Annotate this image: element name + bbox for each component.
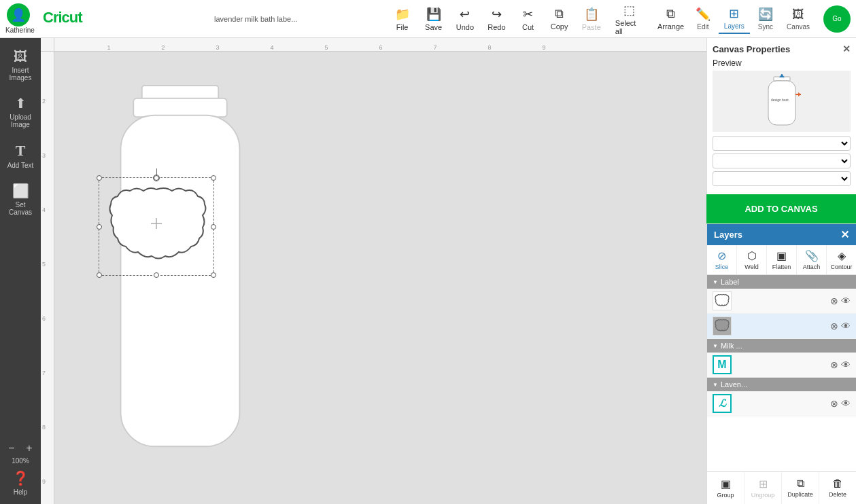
canvas-properties-close[interactable]: ✕ bbox=[842, 43, 851, 54]
sidebar-item-label-text: Add Text bbox=[7, 162, 34, 169]
edit-label: Edit bbox=[697, 23, 708, 31]
insert-images-icon: 🖼 bbox=[14, 49, 27, 65]
layer-row-3[interactable]: M ⊗ 👁 bbox=[707, 353, 856, 378]
canvas-prop-select-1[interactable] bbox=[713, 136, 851, 151]
sidebar-bottom: − + 100% ❓ Help bbox=[2, 442, 39, 504]
save-button[interactable]: 💾 Save bbox=[419, 4, 449, 34]
layer-thumb-2 bbox=[713, 317, 732, 336]
canvas-prop-select-3[interactable] bbox=[713, 171, 851, 186]
save-label: Save bbox=[425, 23, 442, 31]
layer-group-laven[interactable]: ▼ Laven... bbox=[707, 378, 856, 391]
logo: Cricut bbox=[43, 7, 124, 31]
zoom-in-button[interactable]: + bbox=[21, 442, 37, 454]
contour-tool-button[interactable]: ◈ Contour bbox=[827, 245, 856, 274]
layer-4-eye-button[interactable]: 👁 bbox=[841, 398, 851, 409]
layer-1-actions: ⊗ 👁 bbox=[830, 295, 851, 306]
sidebar-item-add-text[interactable]: T Add Text bbox=[2, 137, 39, 175]
undo-icon: ↩ bbox=[460, 7, 470, 22]
duplicate-button[interactable]: ⧉ Duplicate bbox=[782, 472, 819, 504]
ruler-h-tick-5: 5 bbox=[324, 44, 328, 51]
layer-2-x-button[interactable]: ⊗ bbox=[830, 321, 838, 331]
canvas-button[interactable]: 🖼 Canvas bbox=[781, 5, 815, 33]
user-avatar[interactable]: 👤 bbox=[7, 3, 30, 26]
flatten-tool-button[interactable]: ▣ Flatten bbox=[767, 245, 797, 274]
ruler-h-tick-6: 6 bbox=[379, 44, 382, 51]
copy-button[interactable]: ⧉ Copy bbox=[545, 4, 575, 33]
layer-1-x-button[interactable]: ⊗ bbox=[830, 295, 838, 306]
layers-button[interactable]: ⊞ Layers bbox=[719, 3, 750, 34]
canvas-prop-select-2[interactable] bbox=[713, 154, 851, 168]
undo-button[interactable]: ↩ Undo bbox=[450, 4, 480, 34]
file-button[interactable]: 📁 File bbox=[388, 4, 417, 34]
layer-3-x-button[interactable]: ⊗ bbox=[830, 359, 838, 370]
layer-3-eye-button[interactable]: 👁 bbox=[841, 359, 851, 370]
ungroup-label: Ungroup bbox=[751, 492, 775, 499]
layer-row-2[interactable]: ⊗ 👁 bbox=[707, 314, 856, 339]
arrange-label: Arrange bbox=[657, 22, 684, 31]
layer-3-actions: ⊗ 👁 bbox=[830, 359, 851, 370]
preview-image: design best. bbox=[713, 71, 851, 132]
canvas-content[interactable] bbox=[54, 52, 706, 504]
svg-marker-9 bbox=[779, 74, 785, 77]
select-all-label: Select all bbox=[615, 19, 644, 35]
sync-icon: 🔄 bbox=[758, 7, 773, 22]
svg-text:design best.: design best. bbox=[771, 98, 789, 102]
attach-tool-button[interactable]: 📎 Attach bbox=[797, 245, 827, 274]
layer-2-eye-button[interactable]: 👁 bbox=[841, 321, 851, 331]
ungroup-button[interactable]: ⊞ Ungroup bbox=[744, 472, 782, 504]
duplicate-label: Duplicate bbox=[787, 491, 813, 498]
zoom-out-button[interactable]: − bbox=[3, 442, 20, 454]
select-all-button[interactable]: ⬚ Select all bbox=[609, 0, 651, 38]
sync-button[interactable]: 🔄 Sync bbox=[753, 4, 778, 33]
layers-close-button[interactable]: ✕ bbox=[840, 228, 849, 241]
delete-icon: 🗑 bbox=[832, 478, 843, 490]
sidebar-item-upload-image[interactable]: ⬆ Upload Image bbox=[2, 90, 39, 134]
layer-4-x-button[interactable]: ⊗ bbox=[830, 398, 838, 409]
edit-button[interactable]: ✏️ Edit bbox=[690, 4, 716, 33]
layer-1-eye-button[interactable]: 👁 bbox=[841, 295, 851, 306]
go-button[interactable]: Go bbox=[823, 5, 851, 33]
attach-icon: 📎 bbox=[805, 249, 819, 262]
slice-tool-button[interactable]: ⊘ Slice bbox=[707, 245, 737, 274]
svg-marker-11 bbox=[798, 92, 801, 96]
layer-row-4[interactable]: ℒ ⊗ 👁 bbox=[707, 391, 856, 416]
copy-label: Copy bbox=[551, 22, 568, 31]
canvas-icon: 🖼 bbox=[792, 7, 804, 22]
sidebar-item-label-canvas: Set Canvas bbox=[5, 201, 36, 216]
label-selection[interactable] bbox=[99, 177, 214, 276]
layer-thumb-4: ℒ bbox=[713, 394, 732, 413]
sidebar-item-set-canvas[interactable]: ⬜ Set Canvas bbox=[2, 177, 39, 221]
cut-button[interactable]: ✂ Cut bbox=[513, 4, 543, 34]
add-to-canvas-button[interactable]: ADD TO CANVAS bbox=[706, 194, 856, 223]
svg-text:Cricut: Cricut bbox=[43, 9, 83, 26]
group-triangle-laven: ▼ bbox=[713, 382, 718, 388]
set-canvas-icon: ⬜ bbox=[12, 183, 29, 199]
redo-icon: ↪ bbox=[492, 7, 502, 22]
layers-header: Layers ✕ bbox=[707, 224, 856, 245]
group-button[interactable]: ▣ Group bbox=[707, 472, 744, 504]
redo-button[interactable]: ↪ Redo bbox=[481, 4, 511, 34]
zoom-percent: 100% bbox=[12, 457, 29, 465]
delete-button[interactable]: 🗑 Delete bbox=[819, 472, 856, 504]
sidebar-item-label-help: Help bbox=[14, 488, 28, 496]
sidebar-item-insert-images[interactable]: 🖼 Insert Images bbox=[2, 43, 39, 87]
layer-row-1[interactable]: ⊗ 👁 bbox=[707, 289, 856, 314]
layer-4-actions: ⊗ 👁 bbox=[830, 398, 851, 409]
svg-rect-3 bbox=[121, 115, 240, 447]
ruler-v-tick-2: 2 bbox=[42, 98, 46, 105]
paste-button[interactable]: 📋 Paste bbox=[576, 4, 607, 34]
canvas-area[interactable]: 1 2 3 4 5 6 7 8 9 2 3 4 5 6 7 8 9 bbox=[41, 38, 706, 504]
weld-tool-button[interactable]: ⬡ Weld bbox=[737, 245, 767, 274]
layer-group-milk[interactable]: ▼ Milk ... bbox=[707, 339, 856, 353]
ruler-v-tick-5: 5 bbox=[42, 261, 46, 268]
ruler-vertical: 2 3 4 5 6 7 8 9 bbox=[41, 52, 54, 504]
paste-label: Paste bbox=[582, 23, 601, 31]
arrange-button[interactable]: ⧉ Arrange bbox=[651, 4, 689, 33]
help-icon: ❓ bbox=[12, 470, 29, 486]
slice-label: Slice bbox=[715, 264, 729, 270]
undo-label: Undo bbox=[456, 23, 474, 31]
label-shape-svg bbox=[104, 183, 209, 264]
sidebar-item-help[interactable]: ❓ Help bbox=[2, 467, 39, 499]
layers-icon: ⊞ bbox=[729, 6, 739, 21]
layer-group-label[interactable]: ▼ Label bbox=[707, 275, 856, 289]
